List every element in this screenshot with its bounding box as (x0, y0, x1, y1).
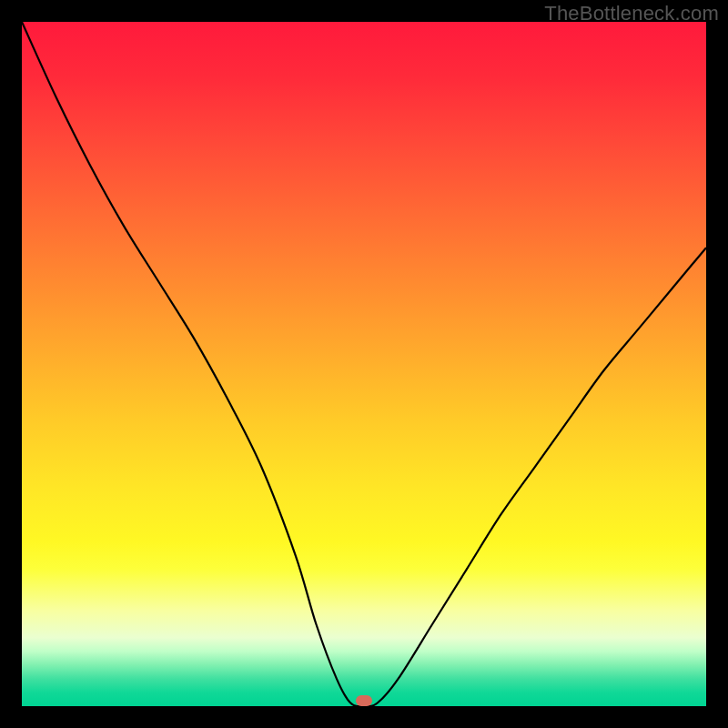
plot-area (22, 22, 706, 706)
curve-svg (22, 22, 706, 706)
watermark-label: TheBottleneck.com (544, 2, 719, 25)
bottleneck-curve (22, 22, 706, 706)
minimum-marker (356, 695, 372, 706)
